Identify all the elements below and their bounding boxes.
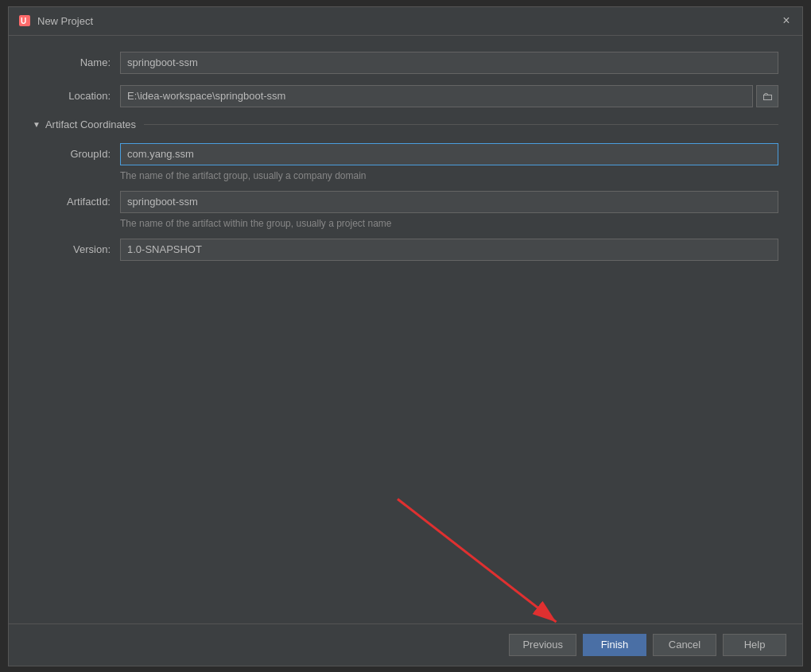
artifactid-row: ArtifactId: xyxy=(33,191,778,213)
section-title: Artifact Coordinates xyxy=(45,118,136,130)
groupid-input[interactable] xyxy=(120,143,778,165)
version-label: Version: xyxy=(33,243,120,255)
location-input-wrap: 🗀 xyxy=(120,85,778,107)
dialog-title: New Project xyxy=(37,15,93,27)
name-label: Name: xyxy=(33,56,120,68)
finish-button[interactable]: Finish xyxy=(583,634,646,656)
location-label: Location: xyxy=(33,90,120,102)
name-input[interactable] xyxy=(120,52,778,74)
title-bar: U New Project × xyxy=(9,7,802,36)
artifactid-input[interactable] xyxy=(120,191,778,213)
version-row: Version: xyxy=(33,239,778,261)
help-button[interactable]: Help xyxy=(723,634,786,656)
name-row: Name: xyxy=(33,52,778,74)
close-button[interactable]: × xyxy=(780,14,793,27)
browse-button[interactable]: 🗀 xyxy=(756,85,778,107)
app-icon: U xyxy=(18,14,31,27)
title-bar-left: U New Project xyxy=(18,14,93,27)
previous-button[interactable]: Previous xyxy=(509,634,576,656)
new-project-dialog: U New Project × Name: Location: 🗀 ▼ xyxy=(8,6,803,666)
collapse-triangle[interactable]: ▼ xyxy=(33,120,41,129)
groupid-hint: The name of the artifact group, usually … xyxy=(120,170,778,181)
section-divider xyxy=(144,124,778,125)
footer: Previous Finish Cancel Help xyxy=(9,623,802,666)
groupid-row: GroupId: xyxy=(33,143,778,165)
artifactid-hint: The name of the artifact within the grou… xyxy=(120,218,778,229)
location-input[interactable] xyxy=(120,85,753,107)
version-input[interactable] xyxy=(120,239,778,261)
location-row: Location: 🗀 xyxy=(33,85,778,107)
cancel-button[interactable]: Cancel xyxy=(653,634,716,656)
section-header: ▼ Artifact Coordinates xyxy=(33,118,778,130)
svg-text:U: U xyxy=(21,17,26,25)
dialog-content: Name: Location: 🗀 ▼ Artifact Coordinates… xyxy=(9,36,802,623)
folder-icon: 🗀 xyxy=(762,90,773,103)
artifactid-label: ArtifactId: xyxy=(33,196,120,208)
groupid-label: GroupId: xyxy=(33,148,120,160)
